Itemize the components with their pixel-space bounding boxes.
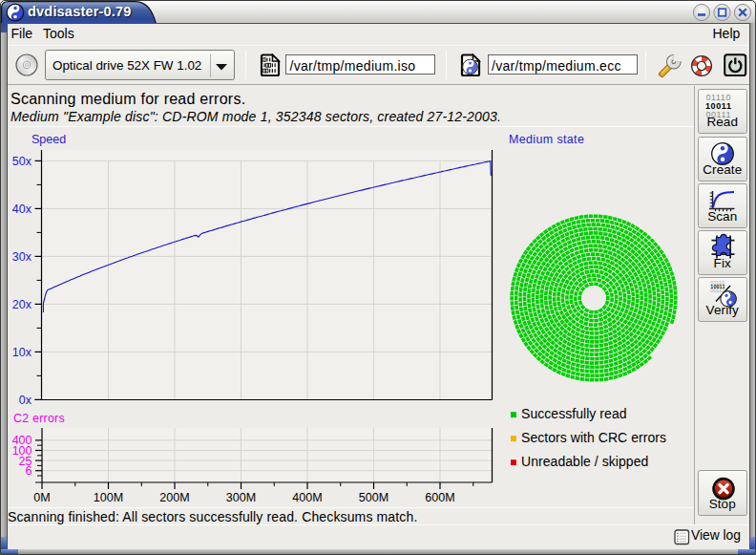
svg-text:30x: 30x (12, 250, 32, 264)
svg-text:50x: 50x (12, 155, 32, 168)
svg-text:Unreadable / skipped: Unreadable / skipped (521, 454, 648, 469)
svg-text:Sectors with CRC errors: Sectors with CRC errors (521, 430, 666, 445)
svg-text:500M: 500M (359, 491, 388, 504)
svg-text:600M: 600M (425, 491, 454, 504)
svg-text:6: 6 (26, 464, 32, 478)
svg-text:Successfully read: Successfully read (521, 406, 627, 421)
svg-text:40x: 40x (12, 203, 32, 216)
svg-text:300M: 300M (226, 491, 256, 504)
svg-text:00111: 00111 (710, 287, 724, 292)
svg-text:200M: 200M (159, 491, 189, 504)
svg-text:100M: 100M (94, 491, 123, 504)
svg-text:Medium state: Medium state (509, 133, 584, 146)
svg-text:C2 errors: C2 errors (13, 412, 65, 425)
svg-text:20x: 20x (12, 298, 32, 311)
svg-text:0M: 0M (33, 491, 50, 504)
svg-text:Speed: Speed (32, 133, 66, 146)
svg-text:10x: 10x (12, 346, 32, 359)
svg-text:0x: 0x (19, 394, 32, 407)
svg-text:400M: 400M (292, 491, 322, 504)
